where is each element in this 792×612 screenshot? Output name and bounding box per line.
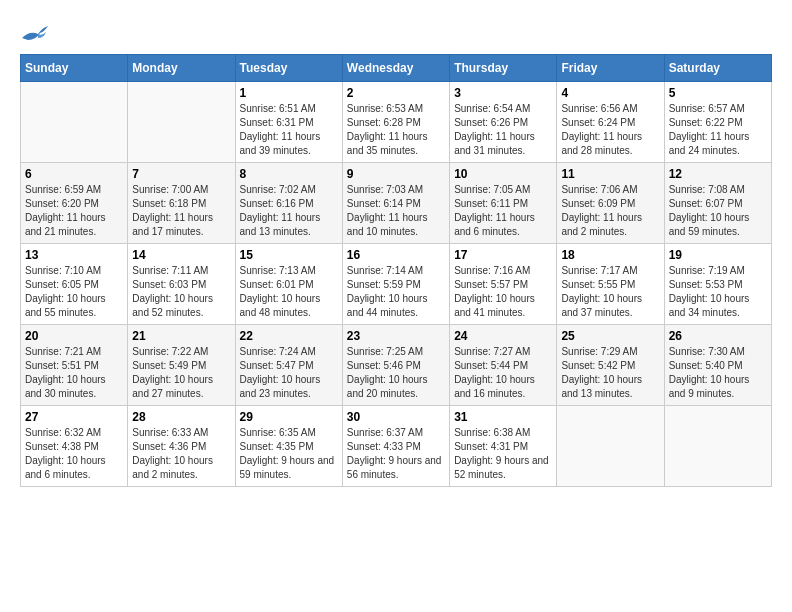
day-info: Sunrise: 6:37 AM Sunset: 4:33 PM Dayligh… (347, 426, 445, 482)
calendar-cell: 11Sunrise: 7:06 AM Sunset: 6:09 PM Dayli… (557, 163, 664, 244)
day-number: 5 (669, 86, 767, 100)
calendar-cell: 6Sunrise: 6:59 AM Sunset: 6:20 PM Daylig… (21, 163, 128, 244)
day-info: Sunrise: 7:02 AM Sunset: 6:16 PM Dayligh… (240, 183, 338, 239)
calendar-cell: 5Sunrise: 6:57 AM Sunset: 6:22 PM Daylig… (664, 82, 771, 163)
day-header-sunday: Sunday (21, 55, 128, 82)
calendar-cell: 14Sunrise: 7:11 AM Sunset: 6:03 PM Dayli… (128, 244, 235, 325)
day-number: 22 (240, 329, 338, 343)
calendar-week-4: 20Sunrise: 7:21 AM Sunset: 5:51 PM Dayli… (21, 325, 772, 406)
day-header-friday: Friday (557, 55, 664, 82)
day-info: Sunrise: 7:13 AM Sunset: 6:01 PM Dayligh… (240, 264, 338, 320)
header-row: SundayMondayTuesdayWednesdayThursdayFrid… (21, 55, 772, 82)
calendar-week-1: 1Sunrise: 6:51 AM Sunset: 6:31 PM Daylig… (21, 82, 772, 163)
day-number: 2 (347, 86, 445, 100)
day-number: 18 (561, 248, 659, 262)
day-info: Sunrise: 6:54 AM Sunset: 6:26 PM Dayligh… (454, 102, 552, 158)
day-number: 6 (25, 167, 123, 181)
day-number: 20 (25, 329, 123, 343)
day-number: 11 (561, 167, 659, 181)
day-number: 9 (347, 167, 445, 181)
day-info: Sunrise: 7:30 AM Sunset: 5:40 PM Dayligh… (669, 345, 767, 401)
calendar-cell: 15Sunrise: 7:13 AM Sunset: 6:01 PM Dayli… (235, 244, 342, 325)
day-info: Sunrise: 7:24 AM Sunset: 5:47 PM Dayligh… (240, 345, 338, 401)
day-info: Sunrise: 7:10 AM Sunset: 6:05 PM Dayligh… (25, 264, 123, 320)
day-number: 21 (132, 329, 230, 343)
calendar-cell: 19Sunrise: 7:19 AM Sunset: 5:53 PM Dayli… (664, 244, 771, 325)
day-info: Sunrise: 6:33 AM Sunset: 4:36 PM Dayligh… (132, 426, 230, 482)
calendar-cell: 28Sunrise: 6:33 AM Sunset: 4:36 PM Dayli… (128, 406, 235, 487)
day-info: Sunrise: 6:56 AM Sunset: 6:24 PM Dayligh… (561, 102, 659, 158)
calendar-cell: 12Sunrise: 7:08 AM Sunset: 6:07 PM Dayli… (664, 163, 771, 244)
day-info: Sunrise: 7:11 AM Sunset: 6:03 PM Dayligh… (132, 264, 230, 320)
day-info: Sunrise: 7:05 AM Sunset: 6:11 PM Dayligh… (454, 183, 552, 239)
calendar-cell: 10Sunrise: 7:05 AM Sunset: 6:11 PM Dayli… (450, 163, 557, 244)
calendar-cell: 31Sunrise: 6:38 AM Sunset: 4:31 PM Dayli… (450, 406, 557, 487)
calendar-cell: 4Sunrise: 6:56 AM Sunset: 6:24 PM Daylig… (557, 82, 664, 163)
calendar-cell: 18Sunrise: 7:17 AM Sunset: 5:55 PM Dayli… (557, 244, 664, 325)
calendar-cell: 16Sunrise: 7:14 AM Sunset: 5:59 PM Dayli… (342, 244, 449, 325)
calendar-cell: 24Sunrise: 7:27 AM Sunset: 5:44 PM Dayli… (450, 325, 557, 406)
calendar-cell: 29Sunrise: 6:35 AM Sunset: 4:35 PM Dayli… (235, 406, 342, 487)
day-info: Sunrise: 7:03 AM Sunset: 6:14 PM Dayligh… (347, 183, 445, 239)
day-number: 23 (347, 329, 445, 343)
day-info: Sunrise: 6:57 AM Sunset: 6:22 PM Dayligh… (669, 102, 767, 158)
calendar-cell: 9Sunrise: 7:03 AM Sunset: 6:14 PM Daylig… (342, 163, 449, 244)
day-info: Sunrise: 7:16 AM Sunset: 5:57 PM Dayligh… (454, 264, 552, 320)
day-info: Sunrise: 6:59 AM Sunset: 6:20 PM Dayligh… (25, 183, 123, 239)
day-info: Sunrise: 6:32 AM Sunset: 4:38 PM Dayligh… (25, 426, 123, 482)
day-number: 29 (240, 410, 338, 424)
calendar-cell: 1Sunrise: 6:51 AM Sunset: 6:31 PM Daylig… (235, 82, 342, 163)
calendar-week-5: 27Sunrise: 6:32 AM Sunset: 4:38 PM Dayli… (21, 406, 772, 487)
day-header-saturday: Saturday (664, 55, 771, 82)
day-info: Sunrise: 7:14 AM Sunset: 5:59 PM Dayligh… (347, 264, 445, 320)
calendar-cell (128, 82, 235, 163)
day-number: 28 (132, 410, 230, 424)
day-info: Sunrise: 7:17 AM Sunset: 5:55 PM Dayligh… (561, 264, 659, 320)
day-header-wednesday: Wednesday (342, 55, 449, 82)
logo-icon (20, 20, 50, 44)
calendar-cell: 17Sunrise: 7:16 AM Sunset: 5:57 PM Dayli… (450, 244, 557, 325)
day-info: Sunrise: 7:29 AM Sunset: 5:42 PM Dayligh… (561, 345, 659, 401)
calendar-cell: 2Sunrise: 6:53 AM Sunset: 6:28 PM Daylig… (342, 82, 449, 163)
day-info: Sunrise: 6:53 AM Sunset: 6:28 PM Dayligh… (347, 102, 445, 158)
day-number: 31 (454, 410, 552, 424)
day-info: Sunrise: 7:19 AM Sunset: 5:53 PM Dayligh… (669, 264, 767, 320)
calendar-cell: 26Sunrise: 7:30 AM Sunset: 5:40 PM Dayli… (664, 325, 771, 406)
calendar-table: SundayMondayTuesdayWednesdayThursdayFrid… (20, 54, 772, 487)
day-info: Sunrise: 7:06 AM Sunset: 6:09 PM Dayligh… (561, 183, 659, 239)
calendar-cell: 20Sunrise: 7:21 AM Sunset: 5:51 PM Dayli… (21, 325, 128, 406)
day-number: 19 (669, 248, 767, 262)
day-number: 15 (240, 248, 338, 262)
day-number: 14 (132, 248, 230, 262)
calendar-cell (21, 82, 128, 163)
day-header-tuesday: Tuesday (235, 55, 342, 82)
calendar-cell: 30Sunrise: 6:37 AM Sunset: 4:33 PM Dayli… (342, 406, 449, 487)
calendar-cell: 23Sunrise: 7:25 AM Sunset: 5:46 PM Dayli… (342, 325, 449, 406)
calendar-cell: 27Sunrise: 6:32 AM Sunset: 4:38 PM Dayli… (21, 406, 128, 487)
calendar-cell: 8Sunrise: 7:02 AM Sunset: 6:16 PM Daylig… (235, 163, 342, 244)
calendar-week-2: 6Sunrise: 6:59 AM Sunset: 6:20 PM Daylig… (21, 163, 772, 244)
day-number: 7 (132, 167, 230, 181)
day-info: Sunrise: 6:35 AM Sunset: 4:35 PM Dayligh… (240, 426, 338, 482)
day-number: 26 (669, 329, 767, 343)
day-number: 30 (347, 410, 445, 424)
day-number: 3 (454, 86, 552, 100)
day-number: 12 (669, 167, 767, 181)
calendar-cell (664, 406, 771, 487)
calendar-cell: 7Sunrise: 7:00 AM Sunset: 6:18 PM Daylig… (128, 163, 235, 244)
day-number: 8 (240, 167, 338, 181)
logo (20, 20, 54, 44)
day-header-thursday: Thursday (450, 55, 557, 82)
page-header (20, 20, 772, 44)
calendar-cell: 25Sunrise: 7:29 AM Sunset: 5:42 PM Dayli… (557, 325, 664, 406)
calendar-cell: 3Sunrise: 6:54 AM Sunset: 6:26 PM Daylig… (450, 82, 557, 163)
day-number: 17 (454, 248, 552, 262)
day-info: Sunrise: 7:08 AM Sunset: 6:07 PM Dayligh… (669, 183, 767, 239)
day-info: Sunrise: 7:21 AM Sunset: 5:51 PM Dayligh… (25, 345, 123, 401)
calendar-week-3: 13Sunrise: 7:10 AM Sunset: 6:05 PM Dayli… (21, 244, 772, 325)
day-info: Sunrise: 7:27 AM Sunset: 5:44 PM Dayligh… (454, 345, 552, 401)
calendar-cell: 21Sunrise: 7:22 AM Sunset: 5:49 PM Dayli… (128, 325, 235, 406)
day-number: 10 (454, 167, 552, 181)
day-info: Sunrise: 7:00 AM Sunset: 6:18 PM Dayligh… (132, 183, 230, 239)
day-number: 16 (347, 248, 445, 262)
